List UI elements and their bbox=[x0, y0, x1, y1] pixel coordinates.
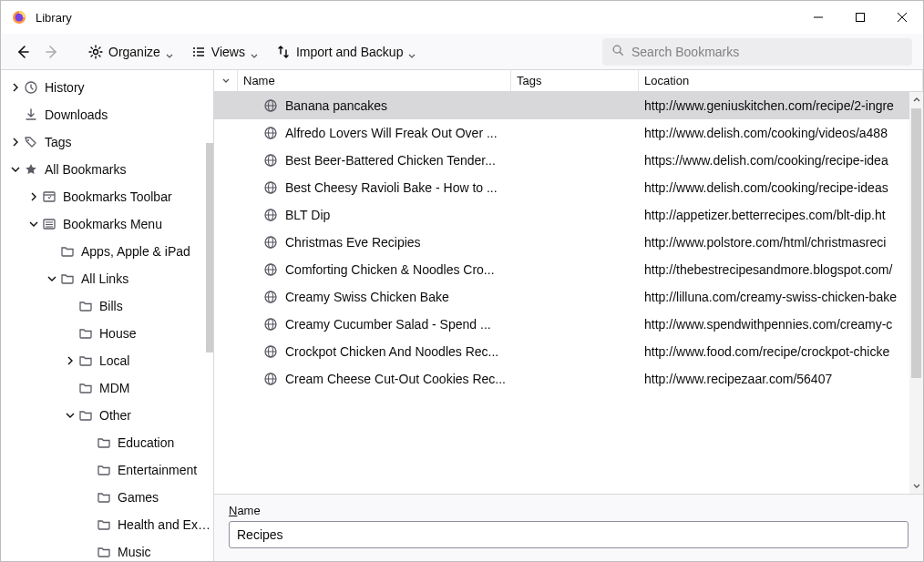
cell-name: Banana pancakes bbox=[238, 98, 511, 113]
twisty-none bbox=[81, 490, 96, 505]
sidebar-item-all-bookmarks[interactable]: All Bookmarks bbox=[3, 156, 213, 183]
chevron-right-icon[interactable] bbox=[8, 135, 23, 149]
chevron-right-icon[interactable] bbox=[26, 189, 41, 204]
column-label: Name bbox=[243, 74, 275, 87]
bookmark-row[interactable]: Alfredo Lovers Will Freak Out Over ...ht… bbox=[214, 119, 923, 147]
download-icon bbox=[23, 107, 39, 123]
sidebar-item-label: MDM bbox=[99, 381, 129, 395]
sidebar-item-music[interactable]: Music bbox=[3, 538, 213, 561]
bookmark-row[interactable]: Cream Cheese Cut-Out Cookies Rec...http:… bbox=[214, 365, 923, 393]
sidebar-item-downloads[interactable]: Downloads bbox=[3, 101, 213, 128]
sidebar-item-label: Entertainment bbox=[118, 463, 197, 477]
sidebar-item-label: Other bbox=[99, 408, 131, 423]
sidebar-item-label: Bookmarks Toolbar bbox=[63, 189, 172, 204]
scroll-track[interactable] bbox=[909, 108, 923, 477]
firefox-icon bbox=[12, 10, 26, 25]
sidebar-item-bills[interactable]: Bills bbox=[3, 292, 213, 320]
scroll-up-icon[interactable] bbox=[909, 92, 923, 108]
bookmark-row[interactable]: Creamy Cucumber Salad - Spend ...http://… bbox=[214, 311, 923, 338]
globe-icon bbox=[263, 126, 278, 140]
sidebar-item-all-links[interactable]: All Links bbox=[3, 265, 213, 292]
chevron-down-icon[interactable] bbox=[26, 217, 41, 231]
column-header-location[interactable]: Location bbox=[639, 70, 923, 91]
cell-location: http://www.delish.com/cooking/videos/a48… bbox=[639, 126, 923, 140]
bookmark-name: BLT Dip bbox=[285, 208, 330, 222]
search-input[interactable] bbox=[631, 45, 903, 59]
folder-icon bbox=[96, 544, 112, 560]
organize-menu[interactable]: Organize bbox=[83, 41, 179, 63]
sidebar-item-history[interactable]: History bbox=[3, 74, 213, 101]
cell-location: http://www.food.com/recipe/crockpot-chic… bbox=[639, 344, 923, 359]
sidebar-item-tags[interactable]: Tags bbox=[3, 128, 213, 156]
minimize-button[interactable] bbox=[797, 1, 839, 34]
sidebar-item-house[interactable]: House bbox=[3, 320, 213, 347]
chevron-right-icon[interactable] bbox=[63, 353, 77, 368]
globe-icon bbox=[263, 208, 278, 222]
sidebar-item-bookmarks-toolbar[interactable]: Bookmarks Toolbar bbox=[3, 183, 213, 210]
chevron-right-icon[interactable] bbox=[8, 80, 23, 95]
import-export-icon bbox=[276, 45, 291, 59]
details-name-input[interactable] bbox=[229, 521, 909, 548]
sidebar: History Downloads Tags All Bookmarks Boo… bbox=[1, 70, 214, 561]
column-resizer[interactable] bbox=[214, 70, 238, 91]
chevron-down-icon[interactable] bbox=[63, 408, 77, 423]
sidebar-item-label: Games bbox=[118, 490, 159, 505]
sidebar-item-bookmarks-menu[interactable]: Bookmarks Menu bbox=[3, 210, 213, 238]
cell-location: http://www.polstore.com/html/christmasre… bbox=[639, 235, 923, 250]
sidebar-item-local[interactable]: Local bbox=[3, 347, 213, 374]
bookmark-row[interactable]: Creamy Swiss Chicken Bakehttp://lilluna.… bbox=[214, 283, 923, 311]
folder-icon bbox=[77, 407, 94, 424]
column-header-tags[interactable]: Tags bbox=[511, 70, 639, 91]
bookmark-row[interactable]: Crockpot Chicken And Noodles Rec...http:… bbox=[214, 338, 923, 365]
bookmark-row[interactable]: BLT Diphttp://appetizer.betterrecipes.co… bbox=[214, 201, 923, 229]
sidebar-scrollbar-thumb[interactable] bbox=[206, 143, 213, 353]
folder-icon bbox=[59, 271, 76, 287]
organize-label: Organize bbox=[108, 45, 160, 59]
bookmark-name: Crockpot Chicken And Noodles Rec... bbox=[285, 344, 498, 359]
twisty-none bbox=[81, 517, 96, 532]
close-button[interactable] bbox=[881, 1, 923, 34]
bookmark-row[interactable]: Banana pancakeshttp://www.geniuskitchen.… bbox=[214, 92, 923, 119]
scroll-thumb[interactable] bbox=[911, 108, 921, 378]
bookmark-name: Best Beer-Battered Chicken Tender... bbox=[285, 153, 496, 168]
sidebar-item-label: Local bbox=[99, 353, 129, 368]
sidebar-item-mdm[interactable]: MDM bbox=[3, 374, 213, 402]
cell-name: Comforting Chicken & Noodles Cro... bbox=[238, 262, 511, 277]
back-button[interactable] bbox=[12, 41, 34, 63]
column-header-name[interactable]: Name bbox=[238, 70, 511, 91]
star-icon bbox=[23, 161, 39, 178]
sidebar-item-label: Health and Exercise bbox=[118, 517, 213, 532]
cell-location: http://www.geniuskitchen.com/recipe/2-in… bbox=[639, 98, 923, 113]
scroll-down-icon[interactable] bbox=[909, 477, 923, 494]
twisty-none bbox=[45, 244, 59, 259]
maximize-button[interactable] bbox=[839, 1, 881, 34]
svg-point-8 bbox=[94, 49, 98, 54]
sidebar-item-other[interactable]: Other bbox=[3, 402, 213, 429]
bookmark-row[interactable]: Best Cheesy Ravioli Bake - How to ...htt… bbox=[214, 174, 923, 201]
bookmark-row[interactable]: Best Beer-Battered Chicken Tender...http… bbox=[214, 147, 923, 174]
chevron-down-icon[interactable] bbox=[45, 271, 59, 286]
svg-point-19 bbox=[27, 139, 29, 141]
views-menu[interactable]: Views bbox=[186, 41, 263, 63]
sidebar-item-education[interactable]: Education bbox=[3, 429, 213, 456]
list-scrollbar[interactable] bbox=[909, 92, 923, 494]
search-box[interactable] bbox=[602, 38, 912, 66]
bookmark-row[interactable]: Christmas Eve Recipieshttp://www.polstor… bbox=[214, 229, 923, 256]
views-label: Views bbox=[211, 45, 245, 59]
sidebar-item-games[interactable]: Games bbox=[3, 484, 213, 511]
sidebar-item-entertainment[interactable]: Entertainment bbox=[3, 456, 213, 484]
globe-icon bbox=[263, 235, 278, 250]
folder-icon bbox=[96, 516, 112, 533]
bookmarks-toolbar-icon bbox=[41, 189, 57, 205]
bookmark-row[interactable]: Comforting Chicken & Noodles Cro...http:… bbox=[214, 256, 923, 283]
sidebar-item-apps[interactable]: Apps, Apple & iPad bbox=[3, 238, 213, 265]
cell-location: http://www.delish.com/cooking/recipe-ide… bbox=[639, 180, 923, 195]
import-label: Import and Backup bbox=[296, 45, 404, 59]
chevron-down-icon[interactable] bbox=[8, 162, 23, 177]
sidebar-item-health[interactable]: Health and Exercise bbox=[3, 511, 213, 538]
svg-point-10 bbox=[193, 51, 195, 53]
import-backup-menu[interactable]: Import and Backup bbox=[271, 41, 422, 63]
forward-button[interactable] bbox=[41, 41, 63, 63]
sidebar-item-label: All Links bbox=[81, 271, 128, 286]
folder-icon bbox=[77, 353, 94, 369]
